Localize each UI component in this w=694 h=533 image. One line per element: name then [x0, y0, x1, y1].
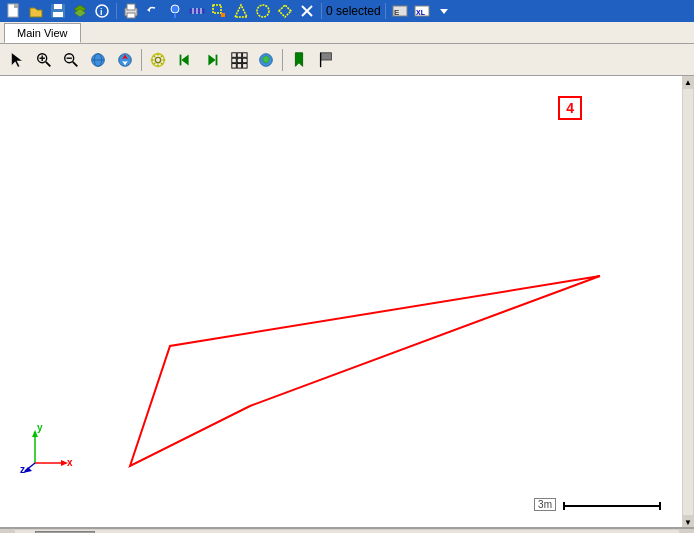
flag-tool[interactable] — [313, 47, 339, 73]
svg-text:z: z — [20, 464, 25, 473]
scale-bar: 3m — [534, 498, 662, 513]
svg-rect-55 — [243, 58, 248, 63]
tb2-sep2 — [282, 49, 283, 71]
svg-marker-29 — [440, 9, 448, 14]
svg-text:y: y — [37, 423, 43, 433]
svg-marker-48 — [208, 54, 215, 65]
open-icon[interactable] — [26, 1, 46, 21]
svg-point-21 — [257, 5, 269, 17]
layer-icon-tb2[interactable] — [253, 47, 279, 73]
svg-rect-3 — [54, 4, 62, 9]
save-icon[interactable] — [48, 1, 68, 21]
svg-point-13 — [171, 5, 179, 13]
tab-bar: Main View — [0, 22, 694, 44]
svg-marker-46 — [181, 54, 188, 65]
scroll-down-arrow[interactable]: ▼ — [682, 516, 694, 528]
export2-icon[interactable]: XL — [412, 1, 432, 21]
svg-text:i: i — [100, 7, 103, 17]
undo-icon[interactable] — [143, 1, 163, 21]
svg-rect-56 — [232, 63, 237, 68]
hscroll-track[interactable] — [15, 530, 679, 534]
selected-text: 0 selected — [326, 4, 381, 18]
svg-rect-53 — [232, 58, 237, 63]
select2-icon[interactable] — [231, 1, 251, 21]
zoom-out-tool[interactable] — [58, 47, 84, 73]
svg-rect-4 — [53, 12, 63, 17]
bottom-scrollbar: ◀ ▶ — [0, 528, 694, 533]
measure-icon[interactable] — [187, 1, 207, 21]
right-scrollbar[interactable]: ▲ ▼ — [682, 76, 694, 528]
svg-point-45 — [152, 53, 165, 66]
svg-marker-19 — [221, 13, 225, 17]
svg-marker-20 — [235, 5, 247, 17]
scroll-track-right — [683, 89, 693, 515]
svg-rect-57 — [237, 63, 242, 68]
grid-tool[interactable] — [226, 47, 252, 73]
separator-2 — [321, 3, 322, 19]
close-icon[interactable] — [297, 1, 317, 21]
export1-icon[interactable]: E — [390, 1, 410, 21]
svg-marker-61 — [295, 52, 302, 66]
zoom-in-tool[interactable] — [31, 47, 57, 73]
svg-rect-51 — [237, 52, 242, 57]
scroll-right-arrow[interactable]: ▶ — [680, 529, 694, 534]
select4-icon[interactable] — [275, 1, 295, 21]
print-icon[interactable] — [121, 1, 141, 21]
tb2-sep1 — [141, 49, 142, 71]
svg-rect-54 — [237, 58, 242, 63]
prev-left-tool[interactable] — [172, 47, 198, 73]
svg-rect-11 — [127, 13, 135, 18]
second-toolbar — [0, 44, 694, 76]
separator-1 — [116, 3, 117, 19]
prev-right-tool[interactable] — [199, 47, 225, 73]
bookmark-tool[interactable] — [286, 47, 312, 73]
layer-icon[interactable] — [70, 1, 90, 21]
select-icon[interactable] — [209, 1, 229, 21]
globe-tool[interactable] — [85, 47, 111, 73]
top-toolbar: i 0 selected E XL — [0, 0, 694, 22]
globe-nav-tool[interactable] — [112, 47, 138, 73]
svg-line-32 — [46, 61, 51, 66]
settings-tool[interactable] — [145, 47, 171, 73]
svg-rect-50 — [232, 52, 237, 57]
svg-text:E: E — [394, 8, 400, 17]
identify-icon[interactable] — [165, 1, 185, 21]
scroll-left-arrow[interactable]: ◀ — [0, 529, 14, 534]
main-view: 4 y x z 3m — [0, 76, 694, 528]
scale-label: 3m — [534, 498, 556, 511]
svg-rect-18 — [213, 5, 221, 13]
svg-marker-22 — [279, 5, 291, 17]
dropdown-icon[interactable] — [434, 1, 454, 21]
svg-rect-10 — [127, 4, 135, 10]
separator-3 — [385, 3, 386, 19]
svg-line-36 — [73, 61, 78, 66]
select3-icon[interactable] — [253, 1, 273, 21]
new-project-icon[interactable] — [4, 1, 24, 21]
svg-point-44 — [155, 57, 160, 62]
svg-text:XL: XL — [416, 9, 426, 16]
main-view-tab[interactable]: Main View — [4, 23, 81, 43]
axis-indicator: y x z — [20, 423, 80, 473]
properties-icon[interactable]: i — [92, 1, 112, 21]
svg-rect-58 — [243, 63, 248, 68]
svg-text:x: x — [67, 457, 73, 468]
page-number: 4 — [558, 96, 582, 120]
svg-rect-52 — [243, 52, 248, 57]
svg-marker-64 — [130, 276, 600, 466]
scroll-up-arrow[interactable]: ▲ — [682, 76, 694, 88]
svg-rect-1 — [14, 4, 18, 8]
canvas-area: 4 y x z 3m — [0, 76, 682, 528]
svg-marker-12 — [147, 8, 150, 12]
svg-marker-30 — [12, 52, 23, 66]
svg-rect-62 — [321, 52, 332, 59]
pointer-tool[interactable] — [4, 47, 30, 73]
